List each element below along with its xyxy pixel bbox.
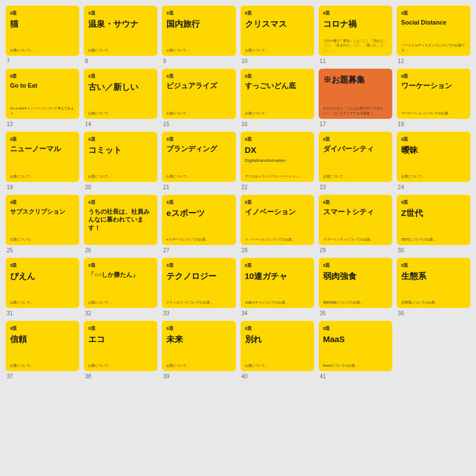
card-cell: 8題イノベーションイノベーションについてのお題... <box>241 195 314 245</box>
card-title: すっごいどん底 <box>245 81 310 91</box>
card-cell: 8題MaaSMaaSについてのお題... <box>319 321 392 371</box>
card-desc: お題について... <box>88 363 153 368</box>
card-cell: ※お題募集みなさんから「こんなお題でやってみたい！」というアイデアを大募集！ <box>319 69 392 119</box>
card-34[interactable]: 8題10連ガチャ10連ガチャについてのお題... <box>241 258 314 308</box>
card-badge: 8題 <box>323 10 388 16</box>
card-badge: 8題 <box>10 262 75 268</box>
card-8[interactable]: 8題温泉・サウナお題について... <box>84 6 157 56</box>
card-12[interactable]: 8題Social Distanceソーシャルディスタンスについてのお題です... <box>397 6 470 56</box>
card-7[interactable]: 8題猫お題について... <box>6 6 79 56</box>
card-row-4: 8題ぴえんお題について...8題「○○しか勝たん」お題について...8題テクノロ… <box>6 258 470 308</box>
card-20[interactable]: 8題コミットお題について... <box>84 132 157 182</box>
card-cell: 8題ワーケーションワーケーションについてのお題... <box>397 69 470 119</box>
card-number-24: 24 <box>397 183 470 191</box>
card-cell: 8題「○○しか勝たん」お題について... <box>84 258 157 308</box>
card-subtitle: Digitaltransformation <box>245 158 310 163</box>
card-17[interactable]: ※お題募集みなさんから「こんなお題でやってみたい！」というアイデアを大募集！ <box>319 69 392 119</box>
card-title: テクノロジー <box>166 271 231 282</box>
card-40[interactable]: 8題別れお題について... <box>241 321 314 371</box>
card-28[interactable]: 8題イノベーションイノベーションについてのお題... <box>241 195 314 245</box>
card-desc: Go to Eatキャンペーンについて考えてみよう... <box>10 106 75 116</box>
card-badge: 8題 <box>245 262 310 268</box>
card-number-8: 8 <box>84 57 157 65</box>
card-14[interactable]: 8題古い／新しいお題について... <box>84 69 157 119</box>
card-number-20: 20 <box>84 183 157 191</box>
card-desc: お題について... <box>10 237 75 242</box>
card-badge: 8題 <box>10 136 75 142</box>
card-39[interactable]: 8題未来お題について... <box>162 321 235 371</box>
card-badge: 8題 <box>88 136 153 142</box>
card-number-27: 27 <box>162 246 235 254</box>
card-desc: お題について... <box>166 174 231 179</box>
card-22[interactable]: 8題DXDigitaltransformationデジタルトランスフォーメーショ… <box>241 132 314 182</box>
card-desc: 弱肉強食についてのお題... <box>323 300 388 305</box>
card-badge: 8題 <box>166 136 231 142</box>
card-24[interactable]: 8題曖昧お題について... <box>397 132 470 182</box>
card-31[interactable]: 8題ぴえんお題について... <box>6 258 79 308</box>
card-number-7: 7 <box>6 57 79 65</box>
card-title: イノベーション <box>245 208 310 217</box>
card-desc: Z世代についてのお題... <box>401 237 466 242</box>
card-title: 信頼 <box>10 334 75 345</box>
card-title: ワーケーション <box>401 81 466 91</box>
card-cell: 8題曖昧お題について... <box>397 132 470 182</box>
card-title: 「○○しか勝たん」 <box>88 271 153 278</box>
card-number-23: 23 <box>319 183 392 191</box>
card-18[interactable]: 8題ワーケーションワーケーションについてのお題... <box>397 69 470 119</box>
card-row-5: 8題信頼お題について...8題エコお題について...8題未来お題について...8… <box>6 321 470 371</box>
card-26[interactable]: 8題うちの社長は、社員みんなに慕われています！ <box>84 195 157 245</box>
card-29[interactable]: 8題スマートシティスマートシティについてのお題... <box>319 195 392 245</box>
card-number-33: 33 <box>162 309 235 318</box>
card-row-1: 8題Go to EatGo to Eatキャンペーンについて考えてみよう...8… <box>6 69 470 119</box>
card-10[interactable]: 8題クリスマスお題について... <box>241 6 314 56</box>
card-title: 弱肉強食 <box>323 271 388 282</box>
card-cell: 8題DXDigitaltransformationデジタルトランスフォーメーショ… <box>241 132 314 182</box>
card-38[interactable]: 8題エコお題について... <box>84 321 157 371</box>
card-23[interactable]: 8題ダイバーシティお題について... <box>319 132 392 182</box>
card-37[interactable]: 8題信頼お題について... <box>6 321 79 371</box>
card-cell: 8題すっごいどん底お題について... <box>241 69 314 119</box>
card-desc: イノベーションについてのお題... <box>245 237 310 242</box>
card-desc: スマートシティについてのお題... <box>323 237 388 242</box>
card-title: 10連ガチャ <box>245 271 310 282</box>
card-desc: テクノロジーについてのお題... <box>166 300 231 305</box>
card-19[interactable]: 8題ニューノーマルお題について... <box>6 132 79 182</box>
card-cell: 8題Social Distanceソーシャルディスタンスについてのお題です... <box>397 6 470 56</box>
card-27[interactable]: 8題eスポーツeスポーツについてのお題... <box>162 195 235 245</box>
card-16[interactable]: 8題すっごいどん底お題について... <box>241 69 314 119</box>
card-number-30: 30 <box>397 246 470 254</box>
card-badge: 8題 <box>401 10 466 16</box>
card-cell: 8題ビジュアライズお題について... <box>162 69 235 119</box>
card-cell: 8題コミットお題について... <box>84 132 157 182</box>
card-21[interactable]: 8題ブランディングお題について... <box>162 132 235 182</box>
card-cell: 8題10連ガチャ10連ガチャについてのお題... <box>241 258 314 308</box>
card-number-31: 31 <box>6 309 79 318</box>
card-badge: 8題 <box>401 136 466 142</box>
card-number-35: 35 <box>319 309 392 318</box>
card-13[interactable]: 8題Go to EatGo to Eatキャンペーンについて考えてみよう... <box>6 69 79 119</box>
card-9[interactable]: 8題国内旅行お題について... <box>162 6 235 56</box>
card-cell: 8題Z世代Z世代についてのお題... <box>397 195 470 245</box>
card-cell: 8題ニューノーマルお題について... <box>6 132 79 182</box>
card-33[interactable]: 8題テクノロジーテクノロジーについてのお題... <box>162 258 235 308</box>
card-desc: お題について... <box>10 48 75 52</box>
card-number-19: 19 <box>6 183 79 191</box>
card-number-12: 12 <box>397 57 470 65</box>
card-grid: 8題猫お題について...8題温泉・サウナお題について...8題国内旅行お題につい… <box>6 6 470 381</box>
card-badge: 8題 <box>401 199 466 205</box>
card-30[interactable]: 8題Z世代Z世代についてのお題... <box>397 195 470 245</box>
card-row-0: 8題猫お題について...8題温泉・サウナお題について...8題国内旅行お題につい… <box>6 6 470 56</box>
card-41[interactable]: 8題MaaSMaaSについてのお題... <box>319 321 392 371</box>
card-35[interactable]: 8題弱肉強食弱肉強食についてのお題... <box>319 258 392 308</box>
card-36[interactable]: 8題生態系生態系についてのお題... <box>397 258 470 308</box>
card-11[interactable]: 8題コロナ禍コロナ禍で「変化」した〇〇、「消えた」〇〇、「生まれた」〇〇、「残っ… <box>319 6 392 56</box>
card-desc: お題について... <box>323 174 388 179</box>
card-number-22: 22 <box>241 183 314 191</box>
card-32[interactable]: 8題「○○しか勝たん」お題について... <box>84 258 157 308</box>
card-title: 未来 <box>166 334 231 345</box>
card-25[interactable]: 8題サブスクリプションお題について... <box>6 195 79 245</box>
card-cell: 8題国内旅行お題について... <box>162 6 235 56</box>
card-badge: 8題 <box>245 136 310 142</box>
card-15[interactable]: 8題ビジュアライズお題について... <box>162 69 235 119</box>
card-desc: デジタルトランスフォーメーション... <box>245 174 310 179</box>
